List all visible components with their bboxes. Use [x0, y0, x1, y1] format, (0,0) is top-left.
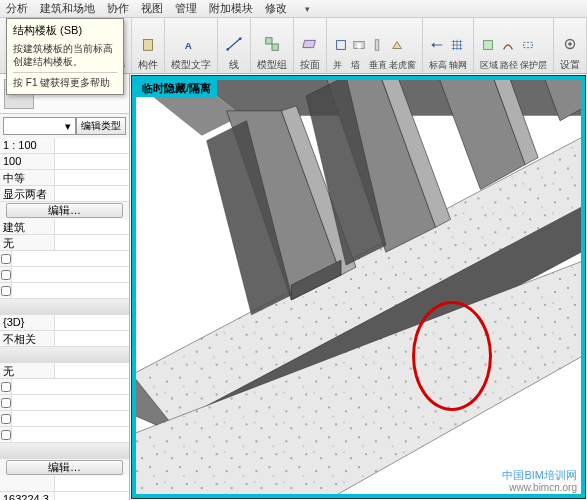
edit-section-button[interactable]: 编辑…: [6, 460, 123, 475]
ribbon-group-component: 构件: [132, 18, 165, 73]
ribbon-label: 模型组: [257, 58, 287, 72]
svg-rect-6: [337, 41, 346, 50]
ribbon-group-settings: 设置: [554, 18, 587, 73]
menu-item[interactable]: 建筑和场地: [40, 1, 95, 16]
ribbon-label: 线: [229, 58, 239, 72]
dormer-icon[interactable]: [389, 33, 405, 57]
tooltip-title: 结构楼板 (SB): [13, 23, 117, 38]
svg-rect-10: [484, 41, 493, 50]
svg-point-2: [226, 48, 229, 51]
opening-icon[interactable]: [333, 33, 349, 57]
menubar[interactable]: 分析 建筑和场地 协作 视图 管理 附加模块 修改 ▾: [0, 0, 587, 18]
face-icon[interactable]: [300, 32, 320, 56]
prop-label: 显示两者: [0, 186, 55, 201]
tooltip-body: 按建筑楼板的当前标高创建结构楼板。: [13, 42, 117, 68]
chevron-down-icon: ▾: [65, 120, 71, 133]
prop-value[interactable]: [55, 186, 129, 201]
prop-label: 163224.3: [0, 492, 55, 500]
cover-icon[interactable]: [520, 33, 536, 57]
svg-rect-4: [266, 38, 272, 44]
prop-value[interactable]: [55, 331, 129, 346]
prop-section: [0, 299, 129, 315]
ribbon-group-modeltext: A 模型文字: [165, 18, 218, 73]
prop-label: 100: [0, 154, 55, 169]
tooltip: 结构楼板 (SB) 按建筑楼板的当前标高创建结构楼板。 按 F1 键获得更多帮助: [6, 18, 124, 95]
model-view: [132, 76, 585, 498]
prop-label: 中等: [0, 170, 55, 185]
prop-label: 无: [0, 363, 55, 378]
prop-value[interactable]: [55, 138, 129, 153]
type-selector[interactable]: ▾: [3, 117, 76, 135]
3d-viewport[interactable]: 临时隐藏/隔离 中国BIM培训网 www.bimcn.org: [131, 75, 586, 499]
tooltip-help: 按 F1 键获得更多帮助: [13, 72, 117, 90]
line-icon[interactable]: [224, 32, 244, 56]
prop-value[interactable]: [55, 154, 129, 169]
prop-value[interactable]: [55, 315, 129, 330]
level-icon[interactable]: [429, 33, 445, 57]
watermark: 中国BIM培训网 www.bimcn.org: [502, 469, 577, 494]
ribbon-group-line: 线: [218, 18, 251, 73]
svg-rect-5: [272, 44, 278, 50]
ribbon-label: 构件: [138, 58, 158, 72]
prop-value[interactable]: [55, 492, 129, 500]
svg-point-13: [568, 42, 572, 46]
prop-label: 建筑: [0, 219, 55, 234]
prop-checkbox[interactable]: [1, 382, 11, 392]
group-icon[interactable]: [262, 32, 282, 56]
edit-type-button[interactable]: 编辑类型: [76, 117, 126, 135]
edit-section-button[interactable]: 编辑…: [6, 203, 123, 218]
prop-label: [0, 476, 55, 491]
prop-checkbox[interactable]: [1, 430, 11, 440]
menu-item[interactable]: 视图: [141, 1, 163, 16]
svg-rect-0: [144, 40, 153, 51]
prop-checkbox[interactable]: [1, 254, 11, 264]
prop-label: {3D}: [0, 315, 55, 330]
prop-checkbox[interactable]: [1, 414, 11, 424]
vertical-icon[interactable]: [369, 33, 385, 57]
menu-item[interactable]: 分析: [6, 1, 28, 16]
prop-value[interactable]: [55, 170, 129, 185]
prop-checkbox[interactable]: [1, 398, 11, 408]
prop-value[interactable]: [55, 363, 129, 378]
ribbon-label: 模型文字: [171, 58, 211, 72]
prop-label: 不相关: [0, 331, 55, 346]
viewport-tag: 临时隐藏/隔离: [136, 80, 217, 97]
prop-checkbox[interactable]: [1, 286, 11, 296]
prop-value[interactable]: [55, 219, 129, 234]
svg-rect-9: [375, 40, 379, 51]
svg-rect-11: [524, 42, 533, 47]
ribbon-group-room: 区域 路径 保护层: [474, 18, 554, 73]
ribbon-label: 按面: [300, 58, 320, 72]
prop-value[interactable]: [55, 235, 129, 250]
prop-value[interactable]: [55, 476, 129, 491]
ribbon-group-datum: 标高 轴网: [423, 18, 474, 73]
menu-item[interactable]: 协作: [107, 1, 129, 16]
wall-opening-icon[interactable]: [351, 33, 367, 57]
menu-item[interactable]: 附加模块: [209, 1, 253, 16]
prop-checkbox[interactable]: [1, 270, 11, 280]
prop-section: [0, 347, 129, 363]
svg-text:A: A: [185, 40, 192, 51]
ribbon-group-opening: 并 墙 垂直 老虎窗: [327, 18, 423, 73]
svg-rect-8: [357, 43, 361, 48]
path-icon[interactable]: [500, 33, 516, 57]
svg-point-3: [239, 37, 242, 40]
prop-label: 1 : 100: [0, 138, 55, 153]
ribbon-group-byface: 按面: [294, 18, 327, 73]
text-icon[interactable]: A: [181, 32, 201, 56]
settings-icon[interactable]: [560, 32, 580, 56]
prop-label: 无: [0, 235, 55, 250]
menu-item[interactable]: 修改: [265, 1, 287, 16]
grid-icon[interactable]: [449, 33, 465, 57]
ribbon-group-modelgroup: 模型组: [251, 18, 294, 73]
menu-overflow-icon[interactable]: ▾: [305, 4, 310, 14]
component-icon[interactable]: [138, 32, 158, 56]
properties-panel: ▾ 编辑类型 1 : 100 100 中等 显示两者 编辑… 建筑 无 {3D}…: [0, 74, 130, 500]
area-icon[interactable]: [480, 33, 496, 57]
ribbon-label: 设置: [560, 58, 580, 72]
prop-section: [0, 443, 129, 459]
menu-item[interactable]: 管理: [175, 1, 197, 16]
